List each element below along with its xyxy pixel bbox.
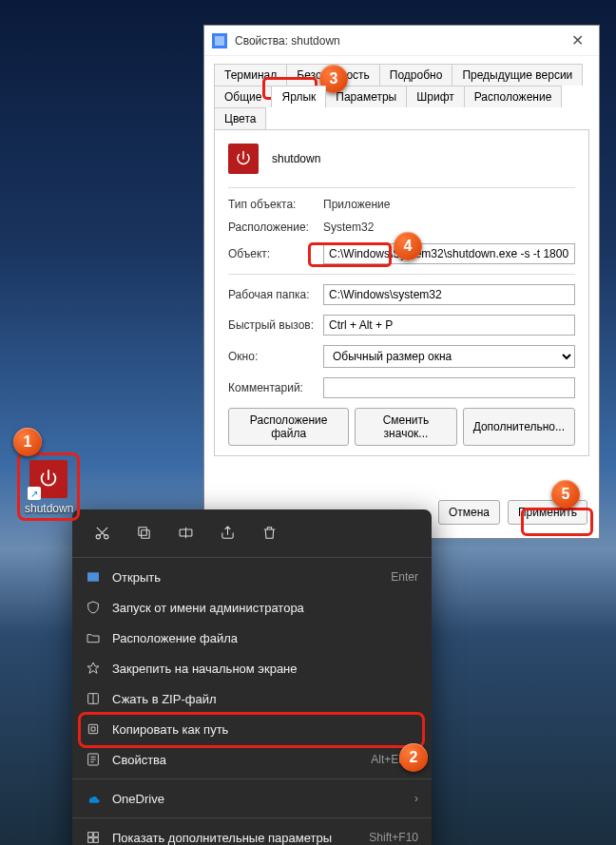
type-label: Тип объекта:: [228, 198, 323, 211]
tabs-container: Терминал Безопасность Подробно Предыдущи…: [204, 56, 599, 456]
apply-button[interactable]: Применить: [508, 500, 587, 525]
advanced-button[interactable]: Дополнительно...: [463, 408, 575, 446]
hotkey-label: Быстрый вызов:: [228, 318, 323, 332]
ctx-open[interactable]: ОткрытьEnter: [72, 562, 432, 592]
ctx-run-admin[interactable]: Запуск от имени администратора: [72, 592, 432, 623]
zip-icon: [86, 691, 101, 706]
svg-rect-12: [94, 838, 99, 843]
delete-icon[interactable]: [249, 517, 289, 547]
cancel-button[interactable]: Отмена: [438, 500, 500, 525]
open-location-button[interactable]: Расположение файла: [228, 408, 349, 446]
tab-shortcut[interactable]: Ярлык: [271, 86, 326, 107]
separator: [72, 817, 432, 818]
more-icon: [86, 830, 101, 845]
chevron-right-icon: ›: [414, 792, 418, 805]
dialog-titlebar: Свойства: shutdown ✕: [204, 26, 599, 56]
share-icon[interactable]: [207, 517, 247, 547]
copy-icon[interactable]: [124, 517, 164, 547]
context-toolbar: [72, 517, 432, 553]
desktop-shortcut-shutdown[interactable]: ↗ shutdown: [25, 460, 72, 515]
shield-icon: [86, 600, 101, 615]
tabs-row-2: Общие Ярлык Параметры Шрифт Расположение…: [214, 86, 589, 129]
tab-options[interactable]: Параметры: [325, 86, 407, 107]
shortcut-arrow-icon: ↗: [28, 487, 41, 500]
app-icon: [86, 569, 101, 585]
ctx-compress-zip[interactable]: Сжать в ZIP-файл: [72, 683, 432, 714]
onedrive-icon: [86, 791, 101, 806]
rename-icon[interactable]: [165, 517, 205, 547]
ctx-open-location[interactable]: Расположение файла: [72, 623, 432, 653]
type-value: Приложение: [323, 198, 390, 211]
tab-details[interactable]: Подробно: [379, 64, 453, 86]
startin-input[interactable]: [323, 284, 575, 305]
shutdown-icon: [228, 144, 259, 174]
tab-colors[interactable]: Цвета: [214, 107, 266, 129]
ctx-onedrive[interactable]: OneDrive›: [72, 783, 432, 814]
dialog-icon: [212, 33, 227, 48]
pin-icon: [86, 661, 101, 676]
svg-rect-3: [138, 527, 146, 535]
tab-font[interactable]: Шрифт: [406, 86, 464, 107]
ctx-copy-path[interactable]: Копировать как путь: [72, 714, 432, 744]
hotkey-input[interactable]: [323, 315, 575, 336]
svg-rect-10: [94, 833, 99, 837]
location-label: Расположение:: [228, 221, 323, 234]
tab-general[interactable]: Общие: [214, 86, 272, 107]
tab-layout[interactable]: Расположение: [464, 86, 563, 107]
properties-icon: [86, 752, 101, 767]
shutdown-icon: ↗: [29, 460, 67, 498]
svg-rect-9: [88, 833, 93, 837]
tab-previous[interactable]: Предыдущие версии: [452, 64, 583, 86]
svg-rect-2: [141, 529, 149, 538]
shortcut-name: shutdown: [272, 152, 320, 165]
comment-input[interactable]: [323, 377, 575, 398]
run-select[interactable]: Обычный размер окна: [323, 345, 575, 368]
tab-terminal[interactable]: Терминал: [214, 64, 287, 86]
tabs-row-1: Терминал Безопасность Подробно Предыдущи…: [214, 64, 589, 86]
annotation-badge: 1: [13, 428, 42, 456]
folder-icon: [86, 630, 101, 645]
properties-dialog: Свойства: shutdown ✕ Терминал Безопаснос…: [203, 25, 600, 539]
separator: [72, 557, 432, 558]
ctx-pin-start[interactable]: Закрепить на начальном экране: [72, 653, 432, 683]
dialog-title: Свойства: shutdown: [235, 34, 340, 48]
startin-label: Рабочая папка:: [228, 288, 323, 301]
close-icon[interactable]: ✕: [564, 31, 591, 49]
target-label: Объект:: [228, 247, 323, 260]
svg-rect-7: [88, 724, 97, 733]
separator: [72, 778, 432, 779]
context-menu: ОткрытьEnter Запуск от имени администрат…: [72, 509, 432, 845]
tab-security[interactable]: Безопасность: [286, 64, 380, 86]
run-label: Окно:: [228, 350, 323, 363]
ctx-show-more[interactable]: Показать дополнительные параметрыShift+F…: [72, 822, 432, 845]
desktop-shortcut-label: shutdown: [25, 502, 72, 515]
ctx-properties[interactable]: СвойстваAlt+Enter: [72, 744, 432, 775]
change-icon-button[interactable]: Сменить значок...: [355, 408, 456, 446]
cut-icon[interactable]: [82, 517, 122, 547]
svg-rect-5: [87, 572, 99, 581]
target-input[interactable]: [323, 243, 575, 264]
comment-label: Комментарий:: [228, 381, 323, 394]
tab-panel-shortcut: shutdown Тип объекта:Приложение Располож…: [214, 129, 589, 456]
path-icon: [86, 721, 101, 737]
svg-rect-11: [88, 838, 93, 843]
location-value: System32: [323, 221, 374, 234]
